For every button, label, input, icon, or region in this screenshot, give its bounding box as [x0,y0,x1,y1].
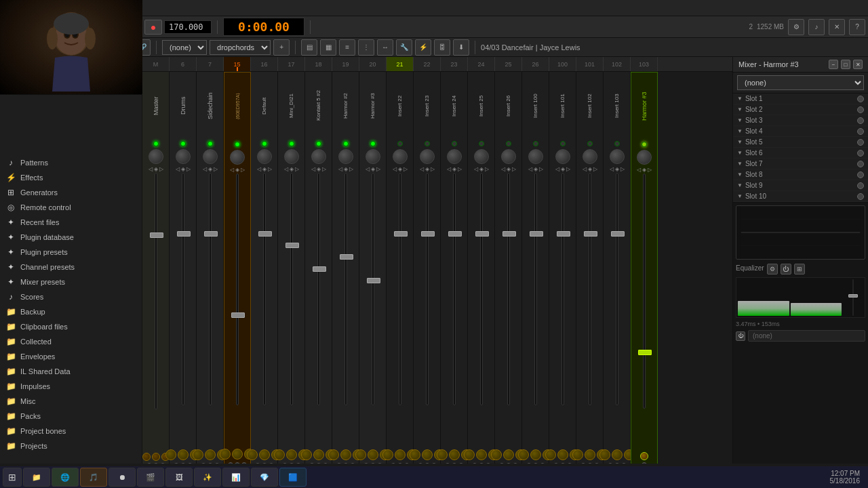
instrument-dropdown[interactable]: dropchords [210,40,271,55]
channel-knob-master[interactable] [149,149,163,164]
fader-handle-7[interactable] [448,231,462,237]
ch-knob-13[interactable] [610,149,625,164]
pan-l-4[interactable]: ◁ [366,166,370,172]
channel-insert-22[interactable]: Insert 22 ◁ ◈ ▷ [387,72,414,464]
fader-handle-0[interactable] [258,231,272,237]
ch-knob-10[interactable] [528,149,543,164]
sk2-5[interactable] [395,449,406,460]
ch-knob-2[interactable] [311,149,326,164]
start-button[interactable]: ⊞ [3,468,22,487]
slot-arrow-3[interactable]: ▼ [737,117,743,123]
pan-right-selected[interactable]: ▷ [241,167,245,173]
channel-view4[interactable]: ⋮ [358,39,374,56]
ch-led-4[interactable] [370,141,376,146]
pan-left-sidechain[interactable]: ◁ [203,166,207,172]
sk2-11[interactable] [557,449,568,460]
download-icon[interactable]: ⬇ [453,39,469,56]
ch-knob-0[interactable] [257,149,272,164]
sk2-1[interactable] [286,449,297,460]
ch-led-11[interactable] [560,141,566,146]
sk1-5[interactable] [382,449,393,460]
rec-btn[interactable]: ● [144,20,162,35]
sk1-9[interactable] [491,449,502,460]
send-knob2-master[interactable] [152,453,160,461]
ch-led-5[interactable] [397,141,403,146]
pan-right-master[interactable]: ▷ [159,166,163,172]
channel-default[interactable]: Default ◁ ◈ ▷ [251,72,278,464]
channel-knob-selected[interactable] [230,150,245,165]
channel-master[interactable]: Master ◁ ◈ ▷ [142,72,170,464]
pan-l-13[interactable]: ◁ [610,166,614,172]
sidebar-item-misc[interactable]: 📁 Misc [0,394,142,409]
slot-arrow-1[interactable]: ▼ [737,96,743,102]
channel-sidechain[interactable]: Sidechain ◁ ◈ ▷ [197,72,224,464]
sidebar-item-recent-files[interactable]: ✦ Recent files [0,215,142,230]
ch-knob-7[interactable] [447,149,462,164]
ch-led-1[interactable] [289,141,294,146]
fader-handle-5[interactable] [394,231,408,237]
fader-handle-2[interactable] [313,266,326,272]
slot-arrow-4[interactable]: ▼ [737,128,743,134]
sk1-1[interactable] [274,449,285,460]
slot-item-6[interactable]: ▼ Slot 6 [733,148,868,159]
slot-arrow-8[interactable]: ▼ [737,171,743,178]
channel-harmor-#2[interactable]: Harmor #2 ◁ ◈ ▷ [332,72,359,464]
ch-knob-4[interactable] [366,149,380,164]
channel-insert-102[interactable]: Insert 102 ◁ ◈ ▷ [576,72,604,464]
pan-l-3[interactable]: ◁ [338,166,342,172]
taskbar-app6[interactable]: 💎 [251,468,278,487]
sk1-10[interactable] [518,449,529,460]
fader-handle-3[interactable] [340,254,353,260]
slot-item-2[interactable]: ▼ Slot 2 [733,104,868,115]
sidebar-item-patterns[interactable]: ♪ Patterns [0,155,142,170]
pan-r-7[interactable]: ▷ [458,166,462,172]
channel-view5[interactable]: ↔ [377,39,393,56]
sidebar-item-backup[interactable]: 📁 Backup [0,304,142,319]
mixer-maximize[interactable]: □ [841,60,850,69]
midi-icon[interactable]: ♪ [808,19,825,35]
eq-power-icon[interactable]: ⏻ [781,264,791,274]
pan-right-sidechain[interactable]: ▷ [214,166,218,172]
send-knob-harmor-hl[interactable] [640,452,648,460]
sidebar-item-plugin-database[interactable]: ✦ Plugin database [0,230,142,245]
sk2-3[interactable] [340,449,351,460]
ch-led-9[interactable] [506,141,511,146]
channel-insert-103[interactable]: Insert 103 ◁ ◈ ▷ [604,72,631,464]
slot-item-4[interactable]: ▼ Slot 4 [733,126,868,137]
slot-item-10[interactable]: ▼ Slot 10 [733,191,868,202]
sk2-0[interactable] [259,449,270,460]
mixer-close[interactable]: ✕ [853,60,863,69]
sk2-10[interactable] [530,449,541,460]
send-dropdown[interactable]: (none) [162,40,207,55]
sidebar-item-plugin-presets[interactable]: ✦ Plugin presets [0,245,142,260]
sk1-11[interactable] [545,449,556,460]
pan-l-9[interactable]: ◁ [501,166,505,172]
sk2-7[interactable] [449,449,460,460]
slot-item-9[interactable]: ▼ Slot 9 [733,180,868,191]
sidebar-item-collected[interactable]: 📁 Collected [0,334,142,349]
slot-arrow-9[interactable]: ▼ [737,182,743,188]
taskbar-obs[interactable]: ⏺ [108,468,136,487]
channel-led-sidechain[interactable] [208,141,213,146]
pan-left-drums[interactable]: ◁ [176,166,180,172]
sidebar-item-scores[interactable]: ♪ Scores [0,289,142,304]
sk1-7[interactable] [437,449,448,460]
pan-l-1[interactable]: ◁ [284,166,288,172]
channel-led-drums[interactable] [180,141,186,146]
channel-insert-100[interactable]: Insert 100 ◁ ◈ ▷ [522,72,549,464]
sidebar-item-project-bones[interactable]: 📁 Project bones [0,424,142,439]
fader-handle-10[interactable] [530,231,543,237]
channel-selected[interactable]: {60ED957A} ◁ ◈ ▷ [224,72,251,464]
channel-insert-23[interactable]: Insert 23 ◁ ◈ ▷ [414,72,441,464]
taskbar-premiere[interactable]: 🎬 [137,468,164,487]
add-instrument[interactable]: + [273,39,290,56]
taskbar-chrome[interactable]: 🌐 [52,468,79,487]
sk1-13[interactable] [599,449,610,460]
taskbar-photoshop[interactable]: 🖼 [165,468,193,487]
pan-r-9[interactable]: ▷ [512,166,516,172]
ch-led-2[interactable] [316,141,321,146]
fader-handle-harmor-hl[interactable] [638,350,652,355]
slot-item-8[interactable]: ▼ Slot 8 [733,169,868,180]
fader-handle-6[interactable] [421,231,435,237]
sk2-12[interactable] [585,449,595,460]
